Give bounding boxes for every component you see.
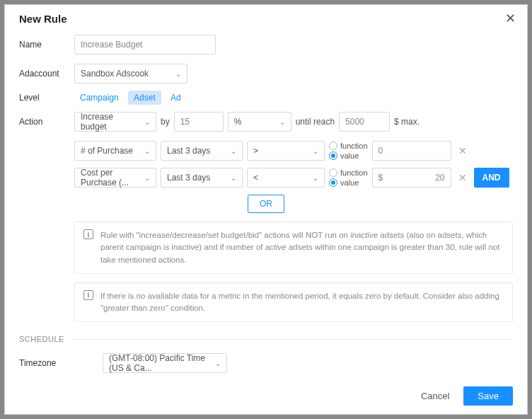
and-button[interactable]: AND (474, 168, 509, 188)
dollar-max-label: $ max. (394, 117, 420, 127)
close-icon[interactable]: ✕ (505, 12, 516, 25)
condition-value-input[interactable]: $20 (372, 168, 451, 188)
chevron-down-icon: ⌄ (313, 174, 318, 182)
action-amount-input[interactable]: 15 (174, 112, 224, 132)
metric-select[interactable]: # of Purchase⌄ (74, 141, 156, 161)
level-tabs: Campaign Adset Ad (74, 93, 188, 103)
adaccount-select[interactable]: Sandbox Adscook ⌄ (74, 64, 187, 84)
chevron-down-icon: ⌄ (231, 147, 236, 155)
info-text: Rule with "increase/decrease/set budget/… (100, 229, 504, 266)
operator-select[interactable]: <⌄ (247, 168, 325, 188)
mode-value-radio[interactable] (329, 151, 337, 160)
chevron-down-icon: ⌄ (144, 147, 150, 155)
name-input[interactable]: Increase Budget (74, 35, 216, 54)
info-icon: i (83, 229, 93, 239)
timezone-label: Timezone (19, 358, 103, 368)
modal-title: New Rule (19, 13, 67, 25)
cancel-button[interactable]: Cancel (414, 386, 456, 406)
mode-function-radio[interactable] (329, 168, 337, 177)
remove-condition-icon[interactable]: ✕ (456, 145, 470, 156)
action-unit-select[interactable]: %⌄ (228, 112, 291, 132)
operator-select[interactable]: >⌄ (247, 141, 325, 161)
info-box: i Rule with "increase/decrease/set budge… (74, 222, 513, 274)
chevron-down-icon: ⌄ (144, 118, 150, 126)
chevron-down-icon: ⌄ (231, 174, 236, 182)
chevron-down-icon: ⌄ (175, 70, 181, 78)
mode-function-radio[interactable] (329, 142, 337, 150)
modal-body: Name Increase Budget Adaccount Sandbox A… (5, 30, 527, 378)
by-label: by (161, 117, 170, 127)
until-reach-label: until reach (296, 117, 335, 127)
adaccount-label: Adaccount (19, 69, 74, 79)
chevron-down-icon: ⌄ (279, 118, 285, 126)
condition-row: # of Purchase⌄ Last 3 days⌄ >⌄ function … (74, 141, 513, 161)
remove-condition-icon[interactable]: ✕ (456, 172, 470, 183)
action-until-input[interactable]: 5000 (339, 112, 390, 132)
condition-row: Cost per Purchase (...⌄ Last 3 days⌄ <⌄ … (74, 168, 513, 188)
chevron-down-icon: ⌄ (313, 147, 318, 155)
new-rule-modal: New Rule ✕ Name Increase Budget Adaccoun… (4, 4, 528, 415)
period-select[interactable]: Last 3 days⌄ (161, 141, 243, 161)
name-label: Name (19, 40, 74, 50)
action-label: Action (19, 117, 74, 127)
or-button[interactable]: OR (248, 195, 284, 213)
save-button[interactable]: Save (463, 386, 513, 406)
action-type-select[interactable]: Increase budget⌄ (74, 112, 156, 132)
level-tab-adset[interactable]: Adset (128, 91, 161, 105)
mode-value-radio[interactable] (329, 178, 337, 187)
level-tab-campaign[interactable]: Campaign (74, 91, 125, 105)
info-text: If there is no available data for a metr… (100, 290, 504, 315)
info-box: i If there is no available data for a me… (74, 282, 513, 323)
divider (71, 339, 513, 340)
modal-footer: Cancel Save (5, 378, 527, 414)
schedule-section-header: SCHEDULE (19, 335, 513, 343)
chevron-down-icon: ⌄ (144, 174, 150, 182)
level-label: Level (19, 93, 74, 103)
condition-value-input[interactable]: 0 (372, 141, 451, 161)
level-tab-ad[interactable]: Ad (165, 91, 187, 105)
timezone-select[interactable]: (GMT-08:00) Pacific Time (US & Ca...⌄ (103, 353, 227, 373)
info-icon: i (83, 290, 93, 300)
period-select[interactable]: Last 3 days⌄ (161, 168, 243, 188)
modal-header: New Rule ✕ (5, 5, 527, 30)
chevron-down-icon: ⌄ (215, 360, 221, 367)
metric-select[interactable]: Cost per Purchase (...⌄ (74, 168, 156, 188)
